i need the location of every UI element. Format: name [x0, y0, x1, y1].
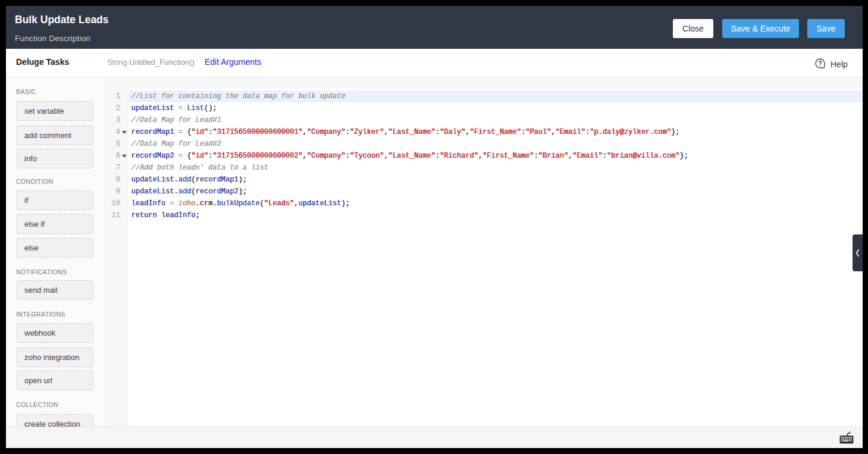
- svg-text:?: ?: [818, 60, 822, 67]
